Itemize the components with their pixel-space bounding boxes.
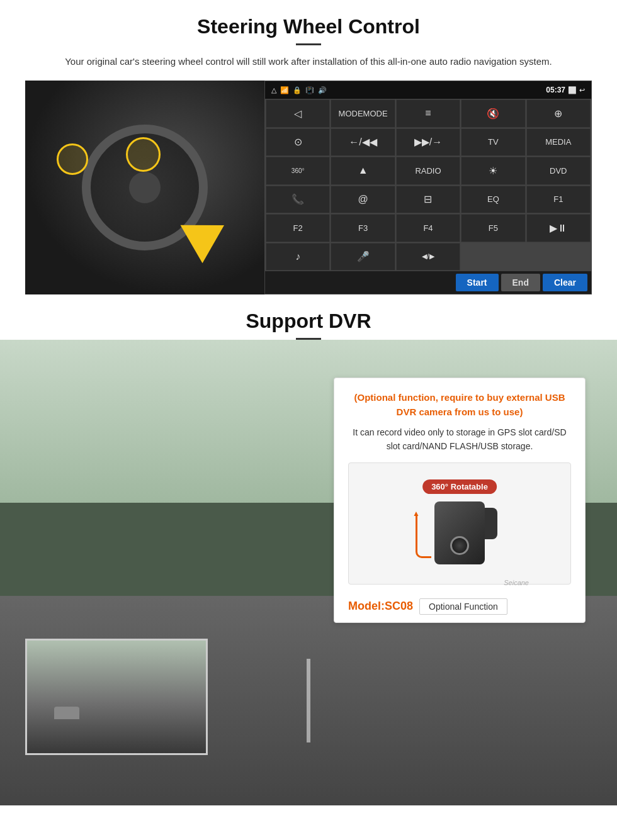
btn-navigate[interactable]: ◁: [266, 99, 330, 128]
dvr-title: Support DVR: [0, 294, 617, 333]
android-button-grid: ◁ MODEMODE ≡ 🔇 ⊕ ⊙ ←/◀◀ ▶▶/→ TV MEDIA 36…: [265, 99, 591, 271]
steering-title: Steering Wheel Control: [25, 15, 592, 38]
btn-360[interactable]: 360°: [266, 157, 330, 185]
android-bottom-bar: Start End Clear: [265, 271, 591, 294]
window-icon: ⬜: [568, 86, 577, 94]
cam-rotation-arrow: [416, 514, 431, 558]
status-time: 05:37: [546, 86, 565, 94]
btn-eq[interactable]: EQ: [461, 186, 525, 214]
model-row: Model:SC08 Optional Function: [348, 592, 571, 622]
steering-subtitle: Your original car's steering wheel contr…: [25, 54, 592, 69]
btn-eject[interactable]: ▲: [331, 157, 395, 185]
highlight-circle-right: [126, 137, 161, 172]
status-left: △ 📶 🔒 📳 🔊: [271, 86, 327, 94]
dvr-thumb-inner: [27, 641, 206, 753]
dvr-thumbnail: [25, 639, 208, 755]
highlight-circle-left: [57, 143, 88, 175]
btn-mute[interactable]: 🔇: [461, 99, 525, 128]
lock-icon: 🔒: [293, 86, 302, 94]
btn-brightness[interactable]: ☀: [461, 157, 525, 185]
android-ui-panel: △ 📶 🔒 📳 🔊 05:37 ⬜ ↩ ◁ MODEMODE ≡ 🔇: [264, 81, 592, 294]
btn-apps[interactable]: ⊕: [526, 99, 591, 128]
btn-tv[interactable]: TV: [461, 128, 525, 157]
btn-mic[interactable]: 🎤: [331, 243, 395, 271]
btn-vol-prev-next[interactable]: ◀/▶: [396, 243, 460, 271]
dvr-description: It can record video only to storage in G…: [348, 425, 571, 454]
btn-f3[interactable]: F3: [331, 214, 395, 242]
android-status-bar: △ 📶 🔒 📳 🔊 05:37 ⬜ ↩: [265, 81, 591, 99]
btn-radio[interactable]: RADIO: [396, 157, 460, 185]
title-divider: [296, 43, 321, 45]
btn-dvd[interactable]: DVD: [526, 157, 591, 185]
model-label: Model:SC08: [348, 600, 413, 613]
sim-icon: 📳: [305, 86, 314, 94]
btn-phone[interactable]: 📞: [266, 186, 330, 214]
btn-mode[interactable]: MODEMODE: [331, 99, 395, 128]
btn-settings[interactable]: ⊙: [266, 128, 330, 157]
cam-watermark: Seicane: [504, 579, 529, 586]
btn-menu[interactable]: ≡: [396, 99, 460, 128]
btn-next[interactable]: ▶▶/→: [396, 128, 460, 157]
steering-photo: [25, 81, 264, 294]
camera-body: [434, 501, 485, 564]
dvr-optional-text: (Optional function, require to buy exter…: [348, 391, 571, 419]
btn-music[interactable]: ♪: [266, 243, 330, 271]
clear-button[interactable]: Clear: [543, 274, 587, 291]
cam-main-body: [434, 501, 485, 564]
camera-box: 360° Rotatable Seicane: [348, 462, 571, 585]
sw-background: [25, 81, 264, 294]
btn-internet[interactable]: @: [331, 186, 395, 214]
btn-screen[interactable]: ⊟: [396, 186, 460, 214]
back-icon: ↩: [579, 86, 585, 94]
volume-icon: 🔊: [318, 86, 327, 94]
cam-lens: [450, 536, 469, 555]
dvr-thumb-car: [54, 707, 79, 719]
btn-prev[interactable]: ←/◀◀: [331, 128, 395, 157]
steering-section: Steering Wheel Control Your original car…: [0, 0, 617, 294]
end-button[interactable]: End: [501, 274, 540, 291]
steering-composite: △ 📶 🔒 📳 🔊 05:37 ⬜ ↩ ◁ MODEMODE ≡ 🔇: [25, 81, 592, 294]
btn-playpause[interactable]: ▶⏸: [526, 214, 591, 242]
start-button[interactable]: Start: [456, 274, 499, 291]
wheel-center: [129, 172, 161, 203]
dvr-info-card: (Optional function, require to buy exter…: [334, 378, 586, 623]
btn-f4[interactable]: F4: [396, 214, 460, 242]
cam-mount-arm: [485, 508, 497, 539]
btn-media[interactable]: MEDIA: [526, 128, 591, 157]
btn-f5[interactable]: F5: [461, 214, 525, 242]
camera-visual: 360° Rotatable Seicane: [390, 473, 529, 574]
dvr-section: Support DVR (Optional function, require …: [0, 294, 617, 805]
home-icon: △: [271, 86, 276, 94]
wifi-icon: 📶: [280, 86, 289, 94]
btn-f2[interactable]: F2: [266, 214, 330, 242]
dvr-composite: (Optional function, require to buy exter…: [0, 340, 617, 805]
btn-f1[interactable]: F1: [526, 186, 591, 214]
status-right: 05:37 ⬜ ↩: [546, 86, 585, 94]
badge-360: 360° Rotatable: [422, 479, 497, 494]
optional-function-button[interactable]: Optional Function: [419, 598, 507, 615]
